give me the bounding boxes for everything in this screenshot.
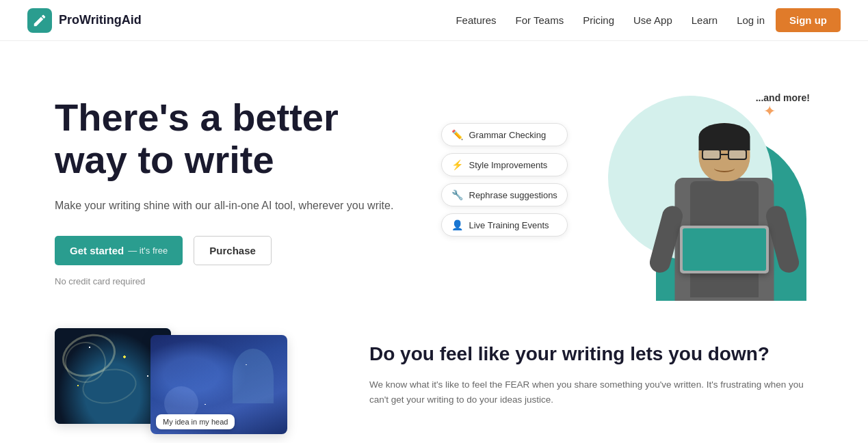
hero-actions: Get started — it's free Purchase [55,236,434,265]
artwork-stack: My idea in my head [55,328,294,438]
get-started-button[interactable]: Get started — it's free [55,236,183,265]
pill-grammar-label: Grammar Checking [469,130,547,140]
purchase-button[interactable]: Purchase [194,236,272,265]
brand-logo[interactable]: ProWritingAid [27,8,142,33]
more-label: ...and more! [756,92,810,103]
nav-features[interactable]: Features [456,14,496,26]
pill-training: 👤 Live Training Events [441,213,568,237]
hero-note: No credit card required [55,276,434,286]
nav-learn[interactable]: Learn [692,14,718,26]
training-icon: 👤 [451,219,464,231]
nav-pricing[interactable]: Pricing [583,14,614,26]
hero-subtitle: Make your writing shine with our all-in-… [55,198,434,214]
get-started-label: Get started [70,245,124,256]
section-title: Do you feel like your writing lets you d… [369,342,813,366]
pill-style-label: Style Improvements [469,160,548,170]
pill-rephrase: 🔧 Rephrase suggestions [441,183,568,206]
pill-style: ⚡ Style Improvements [441,153,568,176]
section-body: We know what it's like to feel the FEAR … [369,377,813,407]
style-icon: ⚡ [451,159,464,171]
artwork-area: My idea in my head [55,328,328,438]
login-button[interactable]: Log in [737,14,765,26]
hero-illustration: ✦ ...and more! ✏️ Grammar Checking ⚡ Sty… [434,82,814,301]
free-label: — it's free [128,245,168,256]
nav-links: Features For Teams Pricing Use App Learn [456,14,718,27]
nav-use-app[interactable]: Use App [633,14,672,26]
hero-content: There's a better way to write Make your … [55,96,434,286]
grammar-icon: ✏️ [451,129,464,141]
logo-icon [27,8,52,33]
hero-title: There's a better way to write [55,96,434,180]
idea-bubble: My idea in my head [156,414,235,429]
signup-button[interactable]: Sign up [776,8,841,32]
bottom-content: Do you feel like your writing lets you d… [369,328,813,407]
hero-section: There's a better way to write Make your … [0,41,868,328]
navbar: ProWritingAid Features For Teams Pricing… [0,0,868,41]
bottom-section: My idea in my head Do you feel like your… [0,328,868,443]
nav-actions: Log in Sign up [737,8,841,32]
pill-rephrase-label: Rephrase suggestions [469,190,557,200]
feature-pills: ✏️ Grammar Checking ⚡ Style Improvements… [441,123,568,237]
rephrase-icon: 🔧 [451,189,464,201]
person-image [635,116,800,301]
pill-grammar: ✏️ Grammar Checking [441,123,568,146]
nav-for-teams[interactable]: For Teams [516,14,564,26]
pill-training-label: Live Training Events [469,220,549,230]
brand-name: ProWritingAid [59,13,142,27]
sparkle-icon: ✦ [763,103,776,120]
pen-icon [32,13,47,28]
